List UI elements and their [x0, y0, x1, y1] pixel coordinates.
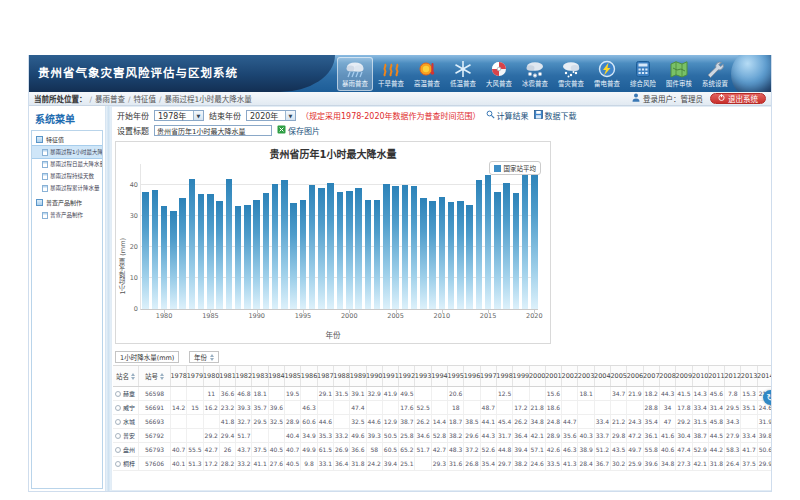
nav-item-heat[interactable]: 高温普查	[409, 57, 445, 91]
header-year-2009: 2009	[676, 366, 692, 386]
bar-1999[interactable]	[337, 192, 344, 309]
bar-2011[interactable]	[448, 202, 455, 309]
value-cell	[464, 387, 480, 400]
bar-2018[interactable]	[513, 193, 520, 309]
bar-1995[interactable]	[300, 200, 307, 309]
bar-2013[interactable]	[466, 205, 473, 309]
bar-2010[interactable]	[439, 197, 446, 309]
tree-group[interactable]: 普查产品制作	[32, 194, 102, 209]
bar-2006[interactable]	[402, 185, 409, 309]
bar-2005[interactable]	[392, 186, 399, 309]
value-cell	[432, 401, 448, 414]
logout-button[interactable]: 退出系统	[710, 93, 766, 104]
bar-1985[interactable]	[207, 194, 214, 309]
table-row[interactable]: 威宁5669114.21516.223.239.335.739.646.347.…	[113, 401, 771, 415]
bar-2016[interactable]	[494, 192, 501, 309]
header-year-1991: 1991	[383, 366, 399, 386]
row-radio[interactable]	[115, 461, 121, 467]
bar-2014[interactable]	[476, 180, 483, 309]
value-cell: 25.9	[627, 457, 643, 470]
bar-2017[interactable]	[503, 183, 510, 309]
bar-2002[interactable]	[365, 200, 372, 309]
nav-item-rainstorm[interactable]: 暴雨普查	[337, 57, 373, 91]
sidebar-item[interactable]: 暴雨过程日最大降水量	[32, 158, 102, 170]
nav-item-cold[interactable]: 低温普查	[445, 57, 481, 91]
y-axis-tick-label: 0	[124, 305, 138, 313]
end-year-select[interactable]: 2020年 ▼	[246, 110, 296, 121]
bar-1996[interactable]	[309, 185, 316, 309]
table-row[interactable]: 普安5679229.229.451.740.434.935.333.249.63…	[113, 429, 771, 443]
table-row[interactable]: 水城5669341.832.729.532.528.960.644.632.54…	[113, 415, 771, 429]
nav-item-drought[interactable]: 干旱普查	[373, 57, 409, 91]
bar-1982[interactable]	[179, 198, 186, 309]
bar-2012[interactable]	[457, 201, 464, 309]
nav-item-wind[interactable]: 大风普查	[481, 57, 517, 91]
year-sort-chip[interactable]: 年份	[189, 351, 219, 363]
bar-1980[interactable]	[161, 206, 168, 309]
row-radio[interactable]	[115, 391, 121, 397]
rainstorm-icon	[343, 59, 367, 79]
bar-2015[interactable]	[485, 175, 492, 309]
sidebar-item[interactable]: 暴雨过程1小时最大降水量	[32, 146, 102, 158]
bar-1981[interactable]	[170, 211, 177, 309]
bar-2001[interactable]	[355, 188, 362, 309]
bar-1988[interactable]	[235, 206, 242, 309]
calculate-button[interactable]: 计算结果	[486, 110, 529, 121]
bar-2003[interactable]	[374, 200, 381, 309]
bar-1990[interactable]	[253, 200, 260, 309]
header-year-1978: 1978	[171, 366, 187, 386]
bar-2008[interactable]	[420, 198, 427, 309]
table-row[interactable]: 盘州5679340.755.542.72643.737.540.540.749.…	[113, 443, 771, 457]
chart-legend[interactable]: 国家站平均	[489, 161, 542, 175]
bar-1992[interactable]	[272, 184, 279, 309]
tree-group[interactable]: 特征值	[32, 131, 102, 146]
save-image-button[interactable]: 保存图片	[277, 125, 320, 136]
header-station-code[interactable]: 站号	[139, 366, 171, 386]
bar-1978[interactable]	[142, 192, 149, 309]
nav-item-lightning[interactable]: 雷电普查	[589, 57, 625, 91]
bar-1983[interactable]	[189, 179, 196, 309]
row-radio[interactable]	[115, 447, 121, 453]
sidebar-item[interactable]: 普查产品制作	[32, 209, 102, 221]
bar-2019[interactable]	[522, 170, 529, 309]
bar-1997[interactable]	[318, 188, 325, 309]
bar-1994[interactable]	[290, 203, 297, 309]
bar-2004[interactable]	[383, 184, 390, 309]
breadcrumb-item[interactable]: 暴雨过程1小时最大降水量	[165, 95, 252, 104]
download-button[interactable]: 数据下载	[534, 110, 577, 121]
table-row[interactable]: 桐梓5760640.151.317.228.233.241.127.640.59…	[113, 457, 771, 471]
row-radio[interactable]	[115, 405, 121, 411]
nav-item-wrench[interactable]: 系统设置	[697, 57, 733, 91]
nav-item-map[interactable]: 图件审核	[661, 57, 697, 91]
value-cell: 29.3	[432, 457, 448, 470]
value-cell: 26.8	[464, 457, 480, 470]
chart-title-input[interactable]	[154, 125, 272, 136]
bar-1979[interactable]	[152, 190, 159, 309]
bar-1993[interactable]	[281, 180, 288, 309]
breadcrumb-item[interactable]: 暴雨普查	[95, 95, 125, 104]
start-year-select[interactable]: 1978年 ▼	[154, 110, 204, 121]
bar-2020[interactable]	[531, 172, 538, 309]
bar-1987[interactable]	[226, 179, 233, 309]
row-radio[interactable]	[115, 433, 121, 439]
bar-1998[interactable]	[327, 183, 334, 309]
bar-1986[interactable]	[216, 201, 223, 309]
bar-1984[interactable]	[198, 194, 205, 309]
loading-spinner-icon[interactable]: ↻	[763, 390, 772, 405]
row-radio[interactable]	[115, 419, 121, 425]
breadcrumb-item[interactable]: 特征值	[134, 95, 157, 104]
bar-2000[interactable]	[346, 191, 353, 309]
bar-2007[interactable]	[411, 186, 418, 309]
bar-1991[interactable]	[263, 193, 270, 309]
bar-2009[interactable]	[429, 201, 436, 309]
sidebar-item[interactable]: 暴雨过程持续天数	[32, 170, 102, 182]
y-axis-tick-label: 10	[124, 274, 138, 282]
nav-item-snow[interactable]: 雪灾普查	[553, 57, 589, 91]
bar-1989[interactable]	[244, 205, 251, 309]
nav-item-label: 综合风险	[630, 79, 656, 88]
header-station-name[interactable]: 站名	[113, 366, 139, 386]
sidebar-item[interactable]: 暴雨过程累计降水量	[32, 182, 102, 194]
table-row[interactable]: 赫章565981136.646.818.119.529.131.539.132.…	[113, 387, 771, 401]
nav-item-calculator[interactable]: 综合风险	[625, 57, 661, 91]
nav-item-hail[interactable]: 冰雹普查	[517, 57, 553, 91]
